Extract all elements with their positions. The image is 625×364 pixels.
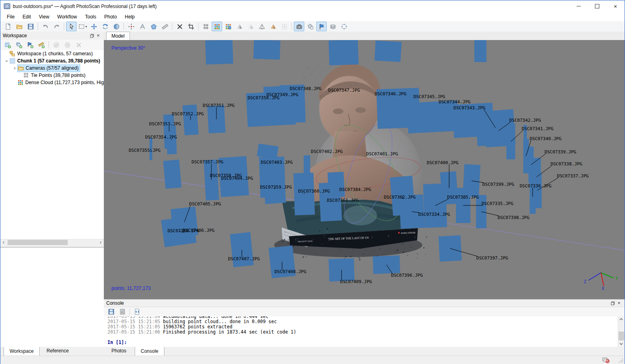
add-marker-button[interactable]: [25, 40, 35, 50]
console-vscrollbar[interactable]: [618, 316, 625, 347]
dock-tab-photos[interactable]: Photos: [106, 347, 132, 356]
workspace-panel: Workspace × Workspace (1 chunks, 57 came…: [0, 32, 104, 347]
tree-item-label: Tie Points (39,788 points): [31, 72, 85, 78]
minimize-button[interactable]: [569, 0, 588, 12]
select-button[interactable]: [66, 22, 77, 31]
crop-region-button[interactable]: [186, 22, 196, 31]
draw-polygon-button[interactable]: [148, 22, 159, 31]
show-dense-cloud-button[interactable]: [212, 22, 222, 31]
camera-label: DSC07342.JPG: [509, 118, 541, 123]
tree-item-label: Cameras (57/57 aligned): [26, 65, 79, 71]
mesh-textured-button[interactable]: [268, 22, 278, 31]
menu-file[interactable]: File: [3, 13, 18, 21]
camera-label: DSC07346.JPG: [374, 91, 406, 97]
redo-button[interactable]: [51, 22, 62, 31]
open-button[interactable]: [14, 22, 24, 31]
add-point-button[interactable]: [126, 22, 136, 31]
workspace-close-button[interactable]: ×: [95, 33, 101, 38]
camera-label: DSC07360.JPG: [298, 189, 330, 194]
show-photos-button[interactable]: [328, 22, 338, 31]
undo-button[interactable]: [40, 22, 51, 31]
model-viewport[interactable]: NAUGHTY DOG THE ART OF THE LAST OF US DA…: [104, 40, 625, 299]
remove-button[interactable]: [73, 40, 84, 50]
measure-angle-button[interactable]: [137, 22, 148, 31]
save-log-button[interactable]: [106, 307, 116, 317]
resize-grip[interactable]: [618, 358, 624, 363]
show-tie-points-button[interactable]: [200, 22, 211, 31]
camera-label: DSC07348.JPG: [290, 86, 322, 91]
camera-label: DSC07334.JPG: [418, 212, 450, 217]
menu-edit[interactable]: Edit: [18, 13, 35, 21]
rotate-sphere-button[interactable]: [111, 22, 121, 31]
measure-ruler-button[interactable]: [160, 22, 170, 31]
camera-plane: [205, 40, 233, 64]
delete-button[interactable]: [174, 22, 185, 31]
console-close-button[interactable]: ×: [616, 300, 622, 306]
show-labels-button[interactable]: [316, 22, 327, 31]
run-script-button[interactable]: [132, 307, 142, 317]
menu-photo[interactable]: Photo: [100, 13, 121, 21]
save-button[interactable]: [25, 22, 36, 31]
show-cameras-button[interactable]: [294, 22, 304, 31]
tree-item-dense-cloud[interactable]: Dense Cloud (11,727,173 points, Hig: [0, 79, 104, 86]
bottom-tab-row: WorkspaceReferencePhotosConsole: [0, 347, 625, 356]
chevron-right-icon[interactable]: [12, 66, 17, 70]
add-photos-button[interactable]: [14, 40, 24, 50]
close-button[interactable]: ×: [606, 0, 625, 12]
maximize-button[interactable]: [588, 0, 606, 12]
rect-select-button[interactable]: ▾: [77, 22, 88, 31]
camera-plane: [439, 235, 462, 262]
camera-label: DSC07338.JPG: [550, 161, 582, 167]
console-log[interactable]: 2017-05-15 15:21:04 accumulating data...…: [104, 316, 618, 347]
status-bar: [0, 356, 625, 364]
camera-label: DSC07335.JPG: [481, 201, 513, 206]
move-object-button[interactable]: [89, 22, 99, 31]
console-float-button[interactable]: [609, 300, 616, 306]
camera-label: DSC07397.JPG: [476, 255, 508, 261]
add-chunk-button[interactable]: [2, 40, 13, 50]
vscroll-thumb[interactable]: [619, 332, 624, 340]
camera-plane: [474, 40, 486, 62]
scroll-down-icon[interactable]: [618, 341, 624, 347]
mesh-solid-button[interactable]: [245, 22, 256, 31]
camera-plane: [374, 40, 402, 62]
mesh-wireframe-button[interactable]: [257, 22, 267, 31]
dense-cloud-classes-button[interactable]: [223, 22, 233, 31]
tree-item-cameras[interactable]: Cameras (57/57 aligned): [0, 64, 104, 72]
navigation-mode-button[interactable]: [339, 22, 349, 31]
menu-tools[interactable]: Tools: [81, 13, 100, 21]
scroll-up-icon[interactable]: [618, 316, 624, 322]
title-bar: bust-outdoors.psx* — Agisoft PhotoScan P…: [0, 0, 625, 12]
tree-item-tie-points[interactable]: Tie Points (39,788 points): [0, 72, 104, 79]
disable-button[interactable]: [62, 40, 73, 50]
menu-view[interactable]: View: [35, 13, 53, 21]
show-ortho-button[interactable]: [279, 22, 289, 31]
rotate-view-button[interactable]: [100, 22, 110, 31]
tree-item-workspace-root[interactable]: Workspace (1 chunks, 57 cameras): [0, 50, 104, 57]
workspace-panel-title: Workspace: [3, 33, 89, 38]
scroll-right-icon[interactable]: ›: [97, 239, 104, 245]
chevron-down-icon[interactable]: [4, 59, 9, 63]
dock-tab-reference[interactable]: Reference: [41, 347, 74, 356]
tree-workspace-icon: [9, 50, 16, 57]
workspace-float-button[interactable]: [89, 33, 95, 38]
camera-label: DSC07343.JPG: [453, 105, 485, 111]
show-markers-button[interactable]: [305, 22, 316, 31]
tree-chunk-icon: [9, 58, 16, 64]
enable-button[interactable]: [51, 40, 61, 50]
scroll-left-icon[interactable]: ‹: [0, 239, 7, 245]
workspace-hscrollbar[interactable]: ‹ ›: [0, 239, 104, 246]
console-toolbar: [104, 307, 625, 317]
camera-label: DSC07405.JPG: [189, 201, 221, 207]
mesh-shaded-button[interactable]: [234, 22, 245, 31]
console-prompt[interactable]: In [1]:: [107, 340, 618, 345]
add-scalebar-button[interactable]: [36, 40, 47, 50]
camera-label: DSC07404.JPG: [221, 176, 253, 181]
clear-log-button[interactable]: [117, 307, 127, 317]
camera-label: DSC07409.JPG: [340, 279, 372, 284]
new-button[interactable]: [3, 22, 13, 31]
menu-workflow[interactable]: Workflow: [53, 13, 81, 21]
menu-help[interactable]: Help: [121, 13, 139, 21]
hscroll-thumb[interactable]: [8, 240, 68, 245]
tree-item-chunk-1[interactable]: Chunk 1 (57 cameras, 39,788 points): [0, 57, 104, 64]
